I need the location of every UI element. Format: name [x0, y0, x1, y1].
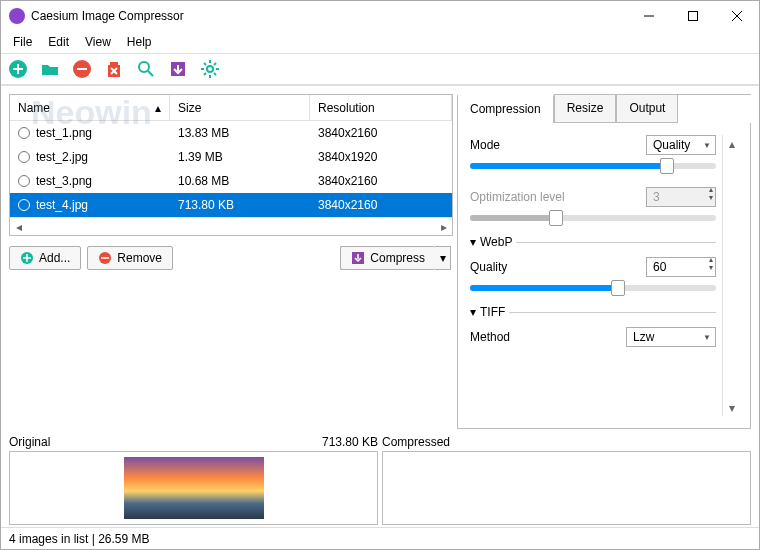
- tabs: Compression Resize Output: [457, 95, 751, 123]
- svg-line-22: [214, 73, 216, 75]
- method-label: Method: [470, 330, 618, 344]
- clear-icon[interactable]: [103, 58, 125, 80]
- menu-help[interactable]: Help: [119, 32, 160, 52]
- svg-line-21: [204, 63, 206, 65]
- horizontal-scrollbar[interactable]: ◂ ▸: [10, 217, 452, 235]
- optimization-label: Optimization level: [470, 190, 638, 204]
- svg-point-13: [139, 62, 149, 72]
- svg-line-14: [148, 71, 153, 76]
- action-button-row: Add... Remove Compress ▾: [1, 240, 457, 276]
- svg-rect-12: [110, 62, 118, 65]
- plus-icon: [20, 251, 34, 265]
- preview-area: Original 713.80 KB Compressed: [1, 433, 759, 527]
- menu-edit[interactable]: Edit: [40, 32, 77, 52]
- compress-icon[interactable]: [167, 58, 189, 80]
- file-icon: [18, 127, 30, 139]
- scroll-up-icon[interactable]: ▴: [723, 135, 740, 152]
- tab-content: Mode Quality Optimization level 3 ▾: [457, 123, 751, 429]
- table-row[interactable]: test_3.png10.68 MB3840x2160: [10, 169, 452, 193]
- original-label: Original: [9, 435, 50, 449]
- tab-compression[interactable]: Compression: [457, 94, 554, 123]
- file-resolution: 3840x2160: [310, 174, 452, 188]
- compress-small-icon: [351, 251, 365, 265]
- file-resolution: 3840x1920: [310, 150, 452, 164]
- tab-resize[interactable]: Resize: [554, 95, 617, 123]
- preview-compressed: Compressed: [382, 433, 751, 525]
- original-preview-frame: [9, 451, 378, 525]
- statusbar: 4 images in list | 26.59 MB: [1, 527, 759, 549]
- scroll-left-icon[interactable]: ◂: [10, 218, 27, 235]
- file-resolution: 3840x2160: [310, 198, 452, 212]
- preview-original: Original 713.80 KB: [9, 433, 378, 525]
- table-header: Name▴ Size Resolution: [10, 95, 452, 121]
- svg-point-16: [207, 66, 213, 72]
- chevron-down-icon: ▾: [470, 305, 476, 319]
- column-size[interactable]: Size: [170, 95, 310, 120]
- compress-button[interactable]: Compress ▾: [340, 246, 451, 270]
- file-name: test_4.jpg: [36, 198, 88, 212]
- file-size: 1.39 MB: [170, 150, 310, 164]
- table-row[interactable]: test_2.jpg1.39 MB3840x1920: [10, 145, 452, 169]
- mode-combo[interactable]: Quality: [646, 135, 716, 155]
- add-file-icon[interactable]: [7, 58, 29, 80]
- app-icon: [9, 8, 25, 24]
- add-button[interactable]: Add...: [9, 246, 81, 270]
- menu-view[interactable]: View: [77, 32, 119, 52]
- scroll-track[interactable]: [27, 218, 435, 235]
- settings-panel: Compression Resize Output Mode Quality O…: [457, 94, 751, 429]
- file-resolution: 3840x2160: [310, 126, 452, 140]
- file-name: test_2.jpg: [36, 150, 88, 164]
- close-button[interactable]: [715, 2, 759, 30]
- svg-line-24: [214, 63, 216, 65]
- column-name[interactable]: Name▴: [10, 95, 170, 120]
- original-size: 713.80 KB: [322, 435, 378, 449]
- remove-icon[interactable]: [71, 58, 93, 80]
- svg-rect-1: [689, 12, 698, 21]
- minimize-button[interactable]: [627, 2, 671, 30]
- maximize-button[interactable]: [671, 2, 715, 30]
- sort-asc-icon: ▴: [155, 101, 161, 115]
- titlebar: Caesium Image Compressor: [1, 1, 759, 31]
- toolbar: [1, 53, 759, 85]
- mode-label: Mode: [470, 138, 638, 152]
- file-size: 713.80 KB: [170, 198, 310, 212]
- tab-output[interactable]: Output: [616, 95, 678, 123]
- file-icon: [18, 199, 30, 211]
- remove-button[interactable]: Remove: [87, 246, 173, 270]
- svg-line-23: [204, 73, 206, 75]
- file-size: 13.83 MB: [170, 126, 310, 140]
- minus-icon: [98, 251, 112, 265]
- table-row[interactable]: test_4.jpg713.80 KB3840x2160: [10, 193, 452, 217]
- compressed-preview-frame: [382, 451, 751, 525]
- file-icon: [18, 151, 30, 163]
- main-area: Name▴ Size Resolution test_1.png13.83 MB…: [1, 85, 759, 433]
- webp-quality-label: Quality: [470, 260, 638, 274]
- settings-icon[interactable]: [199, 58, 221, 80]
- file-name: test_1.png: [36, 126, 92, 140]
- file-name: test_3.png: [36, 174, 92, 188]
- window-title: Caesium Image Compressor: [31, 9, 627, 23]
- open-folder-icon[interactable]: [39, 58, 61, 80]
- webp-quality-slider[interactable]: [470, 285, 716, 291]
- optimization-slider: [470, 215, 716, 221]
- chevron-down-icon: ▾: [470, 235, 476, 249]
- vertical-scrollbar[interactable]: ▴ ▾: [722, 135, 738, 416]
- compressed-label: Compressed: [382, 435, 450, 449]
- webp-section-header[interactable]: ▾ WebP: [470, 235, 716, 249]
- scroll-right-icon[interactable]: ▸: [435, 218, 452, 235]
- file-list-panel: Name▴ Size Resolution test_1.png13.83 MB…: [9, 94, 453, 236]
- table-row[interactable]: test_1.png13.83 MB3840x2160: [10, 121, 452, 145]
- column-resolution[interactable]: Resolution: [310, 95, 452, 120]
- tiff-section-header[interactable]: ▾ TIFF: [470, 305, 716, 319]
- status-text: 4 images in list | 26.59 MB: [9, 532, 150, 546]
- preview-thumbnail: [124, 457, 264, 519]
- method-combo[interactable]: Lzw: [626, 327, 716, 347]
- scroll-down-icon[interactable]: ▾: [723, 399, 740, 416]
- webp-quality-spinner[interactable]: 60: [646, 257, 716, 277]
- menu-file[interactable]: File: [5, 32, 40, 52]
- compress-dropdown-icon[interactable]: ▾: [435, 246, 451, 270]
- quality-slider[interactable]: [470, 163, 716, 169]
- file-size: 10.68 MB: [170, 174, 310, 188]
- search-icon[interactable]: [135, 58, 157, 80]
- file-icon: [18, 175, 30, 187]
